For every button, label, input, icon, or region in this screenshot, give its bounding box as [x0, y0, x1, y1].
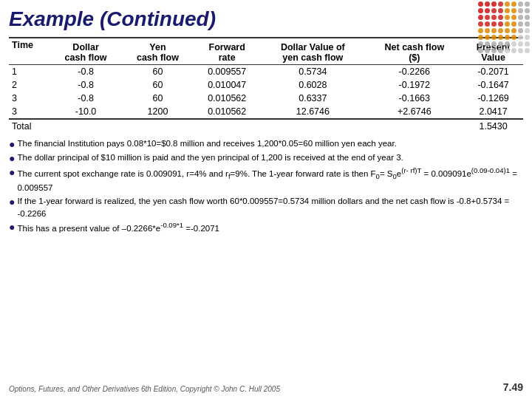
col-dollar-val: Dollar Value ofyen cash flow — [260, 38, 365, 65]
total-cell: Total — [9, 119, 50, 133]
total-cell — [50, 119, 121, 133]
col-net-cf: Net cash flow($) — [365, 38, 463, 65]
bullet-4: ● If the 1-year forward is realized, the… — [9, 195, 523, 219]
table-cell: 1200 — [122, 105, 194, 119]
footer: Options, Futures, and Other Derivatives … — [9, 381, 523, 393]
dot — [498, 1, 503, 7]
dot — [511, 41, 516, 47]
table-cell: 0.5734 — [260, 65, 365, 79]
table-row: 2-0.8600.0100470.6028-0.1972-0.1647 — [9, 78, 523, 92]
dot — [518, 48, 523, 53]
dot — [518, 35, 523, 40]
dot — [491, 35, 497, 40]
table-total-row: Total1.5430 — [9, 119, 523, 133]
table-cell: -0.1972 — [365, 78, 463, 92]
dot — [525, 21, 530, 27]
dot — [518, 28, 523, 33]
table-cell: -0.2266 — [365, 65, 463, 79]
dot-decoration — [478, 1, 531, 54]
col-dollar-cf: Dollarcash flow — [50, 38, 121, 65]
dot — [525, 15, 530, 20]
table-cell: 1 — [9, 65, 50, 79]
table-cell: -0.8 — [50, 92, 121, 105]
table-cell: -0.1269 — [463, 92, 523, 105]
table-cell: -0.1647 — [463, 78, 523, 92]
dot — [491, 8, 497, 13]
bullet-icon-5: ● — [9, 220, 15, 233]
page: Example (Continued) Time Dollarcash flow… — [0, 0, 532, 399]
dot — [518, 41, 523, 47]
dot — [478, 21, 483, 27]
bullet-text-2: The dollar principal of $10 million is p… — [17, 151, 523, 164]
table-cell: 0.6028 — [260, 78, 365, 92]
dot — [511, 21, 516, 27]
table-cell: -0.8 — [50, 65, 121, 79]
col-fwd-rate: Forwardrate — [194, 38, 260, 65]
dot — [518, 15, 523, 20]
dot — [498, 28, 503, 33]
table-cell: 60 — [122, 92, 194, 105]
dot — [491, 48, 497, 53]
table-cell: 0.6337 — [260, 92, 365, 105]
dot — [498, 15, 503, 20]
dot — [525, 35, 530, 40]
dot — [485, 28, 490, 33]
bullet-3: ● The current spot exchange rate is 0.00… — [9, 166, 523, 194]
dot — [525, 41, 530, 47]
dot — [505, 15, 510, 20]
citation: Options, Futures, and Other Derivatives … — [9, 385, 280, 393]
dot — [511, 15, 516, 20]
bullet-text-5: This has a present value of –0.2266*e-0.… — [17, 220, 523, 235]
table-cell: +2.6746 — [365, 105, 463, 119]
dot — [491, 28, 497, 33]
dot — [525, 1, 530, 7]
bullet-2: ● The dollar principal of $10 million is… — [9, 151, 523, 165]
dot — [505, 21, 510, 27]
dot — [478, 8, 483, 13]
dot — [485, 35, 490, 40]
dot — [491, 41, 497, 47]
dot — [511, 1, 516, 7]
dot — [505, 48, 510, 53]
table-row: 3-0.8600.0105620.6337-0.1663-0.1269 — [9, 92, 523, 105]
dot — [511, 35, 516, 40]
bullet-icon-1: ● — [9, 137, 15, 151]
total-cell — [194, 119, 260, 133]
table-cell: 0.009557 — [194, 65, 260, 79]
col-yen-cf: Yencash flow — [122, 38, 194, 65]
dot — [478, 35, 483, 40]
dot — [511, 48, 516, 53]
table-cell: 0.010047 — [194, 78, 260, 92]
dot — [491, 15, 497, 20]
dot — [525, 48, 530, 53]
bullet-1: ● The financial Institution pays 0.08*10… — [9, 137, 523, 151]
data-table: Time Dollarcash flow Yencash flow Forwar… — [9, 37, 523, 133]
dot — [505, 41, 510, 47]
table-cell: 0.010562 — [194, 105, 260, 119]
dot — [511, 8, 516, 13]
bullet-text-3: The current spot exchange rate is 0.0090… — [17, 166, 523, 194]
table-row: 3-10.012000.01056212.6746+2.67462.0417 — [9, 105, 523, 119]
dot — [485, 41, 490, 47]
dot — [485, 1, 490, 7]
dot — [525, 28, 530, 33]
dot — [478, 28, 483, 33]
table-cell: 60 — [122, 65, 194, 79]
total-cell — [122, 119, 194, 133]
table-cell: -0.2071 — [463, 65, 523, 79]
table-row: 1-0.8600.0095570.5734-0.2266-0.2071 — [9, 65, 523, 79]
total-cell — [260, 119, 365, 133]
bullet-icon-4: ● — [9, 195, 15, 208]
table-cell: 2 — [9, 78, 50, 92]
bullet-icon-2: ● — [9, 151, 15, 165]
dot — [491, 21, 497, 27]
dot — [498, 48, 503, 53]
table-cell: 3 — [9, 105, 50, 119]
dot — [478, 15, 483, 20]
dot — [485, 21, 490, 27]
bullet-section: ● The financial Institution pays 0.08*10… — [9, 137, 523, 235]
total-cell: 1.5430 — [463, 119, 523, 133]
dot — [485, 8, 490, 13]
bullet-text-4: If the 1-year forward is realized, the y… — [17, 195, 523, 219]
col-time: Time — [9, 38, 50, 65]
